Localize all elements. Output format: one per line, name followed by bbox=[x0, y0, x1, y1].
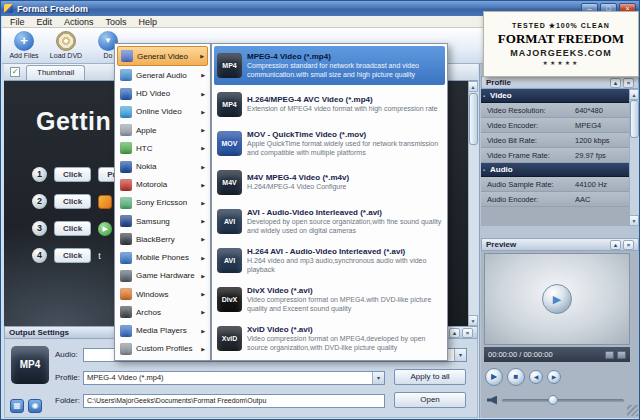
submenu-arrow-icon: ▶ bbox=[201, 109, 205, 115]
open-folder-button[interactable]: Open bbox=[394, 392, 466, 408]
setting-value: 640*480 bbox=[575, 106, 603, 115]
video-preview-area bbox=[484, 253, 630, 345]
play-button[interactable]: ▶ bbox=[485, 368, 503, 386]
category-label: General Audio bbox=[136, 71, 187, 80]
scroll-up-icon[interactable]: ▲ bbox=[468, 81, 478, 92]
snapshot-icon[interactable] bbox=[605, 351, 614, 359]
format-mov-quicktime-video-mov[interactable]: MOVMOV - QuickTime Video (*.mov)Apple Qu… bbox=[214, 124, 445, 163]
category-motorola[interactable]: Motorola▶ bbox=[117, 176, 208, 194]
format-h-264-mpeg-4-avc-video-mp4[interactable]: MP4H.264/MPEG-4 AVC Video (*.mp4)Extensi… bbox=[214, 85, 445, 124]
scroll-up-icon[interactable]: ▲ bbox=[629, 89, 639, 100]
save-settings-button[interactable]: ▦ bbox=[10, 399, 24, 413]
menu-actions[interactable]: Actions bbox=[58, 16, 100, 28]
time-bar-buttons bbox=[605, 351, 626, 359]
next-frame-button[interactable]: ▶ bbox=[547, 370, 561, 384]
category-nokia[interactable]: Nokia▶ bbox=[117, 157, 208, 175]
setting-video-frame-rate: Video Frame Rate:29.97 fps bbox=[481, 148, 630, 163]
format-h-264-avi-audio-video-interleaved-avi[interactable]: AVIH.264 AVI - Audio-Video Interleaved (… bbox=[214, 241, 445, 280]
preview-panel-header: Preview ▴ × bbox=[481, 238, 639, 251]
toolbar-button-label: Load DVD bbox=[50, 52, 82, 59]
format-mpeg-4-video-mp4[interactable]: MP4MPEG-4 Video (*.mp4)Compression stand… bbox=[214, 46, 445, 85]
category-general-audio[interactable]: General Audio▶ bbox=[117, 66, 208, 84]
profile-label: Profile: bbox=[55, 373, 83, 382]
toolbar-add-files-button[interactable]: Add Files bbox=[6, 30, 42, 63]
category-game-hardware[interactable]: Game Hardware▶ bbox=[117, 267, 208, 285]
tab-thumbnail[interactable]: Thumbnail bbox=[26, 65, 85, 80]
profile-category-menu: General Video▶General Audio▶HD Video▶Onl… bbox=[114, 43, 211, 361]
menu-help[interactable]: Help bbox=[133, 16, 164, 28]
close-icon[interactable]: × bbox=[623, 78, 634, 88]
profile-scrollbar[interactable]: ▲ ▼ bbox=[629, 89, 639, 226]
format-avi-audio-video-interleaved-avi[interactable]: AVIAVI - Audio-Video Interleaved (*.avi)… bbox=[214, 202, 445, 241]
folder-row: Folder: C:\Users\MajorGeeks\Documents\Fo… bbox=[55, 393, 391, 408]
setting-value: MPEG4 bbox=[575, 121, 601, 130]
previous-frame-button[interactable]: ◀ bbox=[529, 370, 543, 384]
scroll-down-icon[interactable]: ▼ bbox=[468, 315, 478, 326]
close-icon[interactable]: × bbox=[462, 328, 473, 338]
stop-button[interactable]: ■ bbox=[507, 368, 525, 386]
menu-file[interactable]: File bbox=[4, 16, 31, 28]
step-action-label: Click bbox=[54, 167, 91, 182]
format-text: XviD Video (*.avi)Video compression form… bbox=[247, 325, 442, 352]
volume-knob[interactable] bbox=[548, 395, 558, 405]
preview-play-button[interactable] bbox=[542, 284, 572, 314]
category-archos[interactable]: Archos▶ bbox=[117, 303, 208, 321]
category-mobile-phones[interactable]: Mobile Phones▶ bbox=[117, 249, 208, 267]
category-blackberry[interactable]: BlackBerry▶ bbox=[117, 230, 208, 248]
collapse-icon[interactable]: ▴ bbox=[610, 240, 621, 250]
collapse-icon[interactable]: ▴ bbox=[610, 78, 621, 88]
category-general-video[interactable]: General Video▶ bbox=[117, 46, 208, 66]
custom-profiles-icon bbox=[120, 343, 132, 355]
fullscreen-icon[interactable] bbox=[617, 351, 626, 359]
volume-slider[interactable] bbox=[502, 399, 624, 402]
panel-header-buttons: ▴ × bbox=[610, 78, 634, 88]
category-label: Nokia bbox=[136, 162, 156, 171]
burn-disc-button[interactable]: ◉ bbox=[28, 399, 42, 413]
apply-to-all-button[interactable]: Apply to all bbox=[394, 369, 466, 385]
format-description: H.264/MPEG-4 Video Configure bbox=[247, 183, 442, 192]
close-icon[interactable]: × bbox=[623, 240, 634, 250]
format-divx-video-avi[interactable]: DivXDivX Video (*.avi)Video compression … bbox=[214, 280, 445, 319]
format-text: MOV - QuickTime Video (*.mov)Apple Quick… bbox=[247, 130, 442, 157]
scrollbar-thumb[interactable] bbox=[469, 93, 478, 145]
format-m4v-mpeg-4-video-m4v[interactable]: M4VM4V MPEG-4 Video (*.m4v)H.264/MPEG-4 … bbox=[214, 163, 445, 202]
category-custom-profiles[interactable]: Custom Profiles▶ bbox=[117, 340, 208, 358]
collapse-icon[interactable]: ▴ bbox=[449, 328, 460, 338]
category-online-video[interactable]: Online Video▶ bbox=[117, 103, 208, 121]
category-apple[interactable]: Apple▶ bbox=[117, 121, 208, 139]
menu-tools[interactable]: Tools bbox=[100, 16, 133, 28]
scrollbar-thumb[interactable] bbox=[630, 100, 639, 138]
section-header-video[interactable]: Video bbox=[481, 89, 630, 103]
category-label: Motorola bbox=[136, 180, 167, 189]
profile-select[interactable]: MPEG-4 Video (*.mp4) ▾ bbox=[83, 371, 385, 385]
nokia-icon bbox=[120, 161, 132, 173]
setting-value: 29.97 fps bbox=[575, 151, 606, 160]
menu-edit[interactable]: Edit bbox=[31, 16, 59, 28]
format-title: MOV - QuickTime Video (*.mov) bbox=[247, 130, 442, 139]
divx-format-icon: DivX bbox=[217, 287, 242, 312]
format-description: Video compression format on MPEG4,develo… bbox=[247, 335, 442, 352]
category-sony-ericsson[interactable]: Sony Ericsson▶ bbox=[117, 194, 208, 212]
setting-video-encoder: Video Encoder:MPEG4 bbox=[481, 118, 630, 133]
resize-grip[interactable] bbox=[627, 405, 638, 416]
toolbar-load-dvd-button[interactable]: Load DVD bbox=[48, 30, 84, 63]
format-text: H.264/MPEG-4 AVC Video (*.mp4)Extension … bbox=[247, 95, 442, 114]
category-hd-video[interactable]: HD Video▶ bbox=[117, 84, 208, 102]
audio-label: Audio: bbox=[55, 350, 83, 359]
category-windows[interactable]: Windows▶ bbox=[117, 285, 208, 303]
category-htc[interactable]: HTC▶ bbox=[117, 139, 208, 157]
output-folder-input[interactable]: C:\Users\MajorGeeks\Documents\Format Fre… bbox=[83, 394, 385, 408]
setting-video-resolution: Video Resolution:640*480 bbox=[481, 103, 630, 118]
format-description: Compression standard for network broadca… bbox=[247, 62, 442, 79]
format-xvid-video-avi[interactable]: XviDXviD Video (*.avi)Video compression … bbox=[214, 319, 445, 358]
category-samsung[interactable]: Samsung▶ bbox=[117, 212, 208, 230]
file-list-scrollbar[interactable]: ▲ ▼ bbox=[468, 81, 478, 326]
motorola-icon bbox=[120, 179, 132, 191]
section-header-audio[interactable]: Audio bbox=[481, 163, 630, 177]
category-label: BlackBerry bbox=[136, 235, 175, 244]
category-media-players[interactable]: Media Players▶ bbox=[117, 322, 208, 340]
speaker-icon[interactable] bbox=[487, 396, 497, 405]
scroll-down-icon[interactable]: ▼ bbox=[629, 215, 639, 226]
select-all-checkbox[interactable]: ✓ bbox=[10, 67, 20, 77]
sony-ericsson-icon bbox=[120, 197, 132, 209]
